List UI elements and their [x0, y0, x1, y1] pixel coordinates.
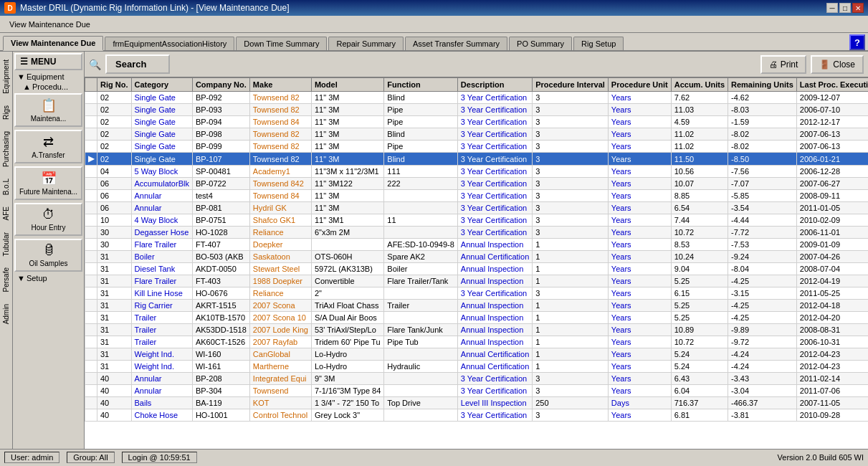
cell-lastproc: 2007-06-27	[796, 178, 868, 190]
sidebar-procedure-label: Procedu...	[32, 82, 68, 91]
table-row[interactable]: 02Single GateBP-094Townsend 8411" 3MPipe…	[85, 116, 869, 128]
close-label: Close	[833, 60, 855, 70]
table-row[interactable]: 31Weight Ind.WI-161MartherneLo-HydroHydr…	[85, 361, 869, 373]
table-wrapper[interactable]: Rig No. Category Company No. Make Model …	[85, 77, 868, 449]
tab-repair-summary[interactable]: Repair Summary	[328, 37, 404, 50]
table-row[interactable]: 02Single GateBP-099Townsend 8211" 3MPipe…	[85, 141, 869, 153]
print-button[interactable]: 🖨 Print	[760, 55, 807, 74]
cell-rigno: 02	[97, 153, 132, 166]
cell-model: S/A Dual Air Boos	[311, 312, 383, 324]
table-row[interactable]: 02Single GateBP-093Townsend 8211" 3MPipe…	[85, 104, 869, 116]
table-row[interactable]: 30Flare TrailerFT-407DoepkerAFE:SD-10-09…	[85, 239, 869, 251]
sidebar-future-maintenance[interactable]: 📅 Future Maintena...	[14, 166, 82, 200]
table-row[interactable]: 104 Way BlockBP-0751Shafco GK111" 3M1113…	[85, 214, 869, 227]
search-button[interactable]: Search	[105, 54, 170, 74]
cell-accum: 6.54	[671, 202, 728, 214]
sidebar-setup[interactable]: ▼ Setup	[14, 273, 82, 283]
cell-company: BP-093	[192, 104, 249, 116]
sidebar-vert-persafe[interactable]: Persafe	[0, 262, 12, 297]
cell-model: 53' TriAxl/Step/Lo	[311, 324, 383, 336]
table-row[interactable]: 06Annulartest4Townsend 8411" 3M3 Year Ce…	[85, 190, 869, 202]
menu-btn[interactable]: ☰ MENU	[14, 53, 82, 70]
future-icon: 📅	[41, 171, 57, 186]
help-button[interactable]: ?	[849, 34, 865, 50]
toolbar: 🔍 Search 🖨 Print 🚪 Close	[85, 52, 868, 77]
table-row[interactable]: 40AnnularBP-304Townsend7-1/16"3M Type 84…	[85, 385, 869, 397]
sidebar-vert-afe[interactable]: AFE	[0, 201, 12, 225]
table-row[interactable]: 045 Way BlockSP-00481Academy111"3M x 11"…	[85, 166, 869, 178]
row-pointer	[85, 348, 97, 361]
cell-proc-unit: Years	[608, 251, 671, 263]
sidebar-maintenance[interactable]: 📋 Maintena...	[14, 93, 82, 127]
table-row[interactable]: 31TrailerAK60CT-15262007 RayfabTridem 60…	[85, 336, 869, 348]
table-row[interactable]: 31BoilerBO-503 (AKBSaskatoonOTS-060HSpar…	[85, 251, 869, 263]
cell-make: 2007 Scona 10	[249, 312, 311, 324]
sidebar-future-label: Future Maintena...	[19, 188, 77, 196]
tab-downtime-summary[interactable]: Down Time Summary	[236, 37, 327, 50]
cell-description: 3 Year Certification	[457, 214, 532, 227]
cell-model: TriAxl Float Chass	[311, 300, 383, 312]
table-row[interactable]: 31Rig CarrierAKRT-15152007 SconaTriAxl F…	[85, 300, 869, 312]
cell-accum: 6.43	[671, 373, 728, 385]
tab-po-summary[interactable]: PO Summary	[509, 37, 572, 50]
status-user: User: admin	[4, 452, 59, 463]
cell-proc-unit: Years	[608, 166, 671, 178]
cell-model: Tridem 60' Pipe Tu	[311, 336, 383, 348]
cell-rigno: 40	[97, 373, 132, 385]
sidebar-vert-rigs[interactable]: Rigs	[0, 100, 12, 125]
sidebar-procedure[interactable]: ▲ Procedu...	[14, 82, 82, 92]
sidebar-vert-tubular[interactable]: Tubular	[0, 227, 12, 262]
sidebar-vert-purchasing[interactable]: Purchasing	[0, 126, 12, 172]
cell-lastproc: 2008-07-04	[796, 263, 868, 275]
sidebar-vert-bol[interactable]: B.o.L	[0, 173, 12, 200]
table-row[interactable]: 40BailsBA-119KOT1 3/4" - 72" 150 ToTop D…	[85, 397, 869, 409]
sidebar-vert-equipment[interactable]: Equipment	[0, 54, 12, 99]
cell-rigno: 02	[97, 104, 132, 116]
cell-description: 3 Year Certification	[457, 153, 532, 166]
tab-asset-transfer[interactable]: Asset Transfer Summary	[405, 37, 507, 50]
sidebar-oil-samples[interactable]: 🛢 Oil Samples	[14, 239, 82, 272]
table-row[interactable]: 06AccumulatorBlkBP-0722Townsend 84211" 3…	[85, 178, 869, 190]
table-row[interactable]: 40AnnularBP-208Integrated Equi9" 3M3 Yea…	[85, 373, 869, 385]
cell-make: Martherne	[249, 361, 311, 373]
table-row[interactable]: 40Choke HoseHO-1001Control TechnolGrey L…	[85, 409, 869, 422]
menu-view-maintenance[interactable]: View Maintenance Due	[3, 18, 97, 31]
cell-proc-int: 3	[533, 153, 609, 166]
cell-function: 222	[384, 178, 458, 190]
sidebar-vert-admin[interactable]: Admin	[0, 299, 12, 329]
close-window-button[interactable]: 🚪 Close	[811, 55, 864, 74]
cell-company: BA-119	[192, 397, 249, 409]
col-header-rigno: Rig No.	[97, 78, 132, 92]
table-row[interactable]: 31Weight Ind.WI-160CanGlobalLo-HydroAnnu…	[85, 348, 869, 361]
tab-equipment-association[interactable]: frmEquipmentAssociationHistory	[105, 37, 234, 50]
tab-rig-setup[interactable]: Rig Setup	[573, 37, 624, 50]
cell-proc-unit: Years	[608, 214, 671, 227]
table-row[interactable]: 02Single GateBP-092Townsend 8211" 3MBlin…	[85, 92, 869, 104]
cell-function	[384, 348, 458, 361]
cell-proc-unit: Years	[608, 178, 671, 190]
cell-lastproc: 2006-11-01	[796, 227, 868, 239]
sidebar-hour-entry[interactable]: ⏱ Hour Entry	[14, 203, 82, 236]
tab-view-maintenance[interactable]: View Maintenance Due	[3, 36, 103, 51]
table-row[interactable]: 30Degasser HoseHO-1028Reliance6"x3m 2M3 …	[85, 227, 869, 239]
table-row[interactable]: 31TrailerAK53DD-15182007 Lode King53' Tr…	[85, 324, 869, 336]
row-pointer	[85, 336, 97, 348]
maximize-btn[interactable]: □	[839, 3, 851, 13]
cell-category: Single Gate	[131, 128, 192, 141]
minimize-btn[interactable]: ─	[826, 3, 838, 13]
table-row[interactable]: 31TrailerAK10TB-15702007 Scona 10S/A Dua…	[85, 312, 869, 324]
cell-model: 11" 3M	[311, 153, 383, 166]
table-row[interactable]: 31Flare TrailerFT-4031988 DoepkerConvert…	[85, 275, 869, 287]
cell-function: Spare AK2	[384, 251, 458, 263]
close-btn[interactable]: ✕	[852, 3, 864, 13]
table-row[interactable]: ▶02Single GateBP-107Townsend 8211" 3MBli…	[85, 153, 869, 166]
cell-make: Stewart Steel	[249, 263, 311, 275]
table-row[interactable]: 31Kill Line HoseHO-0676Reliance2"3 Year …	[85, 287, 869, 300]
cell-category: Annular	[131, 202, 192, 214]
sidebar-atransfer[interactable]: ⇄ A.Transfer	[14, 130, 82, 163]
table-row[interactable]: 02Single GateBP-098Townsend 8211" 3MBlin…	[85, 128, 869, 141]
sidebar-equipment[interactable]: ▼ Equipment	[14, 72, 82, 82]
maintenance-table: Rig No. Category Company No. Make Model …	[85, 77, 868, 422]
table-row[interactable]: 06AnnularBP-081Hydril GK11" 3M3 Year Cer…	[85, 202, 869, 214]
table-row[interactable]: 31Diesel TankAKDT-0050Stewart Steel5972L…	[85, 263, 869, 275]
